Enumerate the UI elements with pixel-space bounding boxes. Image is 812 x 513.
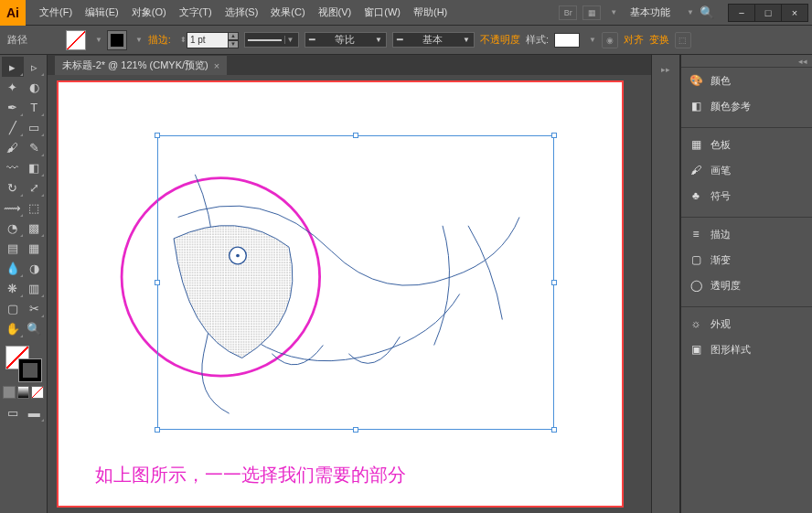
screen-mode-full[interactable]: ▬ xyxy=(24,402,46,422)
column-graph-tool[interactable]: ▥ xyxy=(24,278,46,298)
selection-bounds[interactable] xyxy=(157,135,554,430)
menu-window[interactable]: 窗口(W) xyxy=(358,5,407,19)
canvas-viewport[interactable]: 如上图所示，一一选择我们需要的部分 xyxy=(48,75,651,513)
type-tool[interactable]: T xyxy=(24,97,46,117)
transform-label[interactable]: 变换 xyxy=(649,33,669,47)
selection-handle[interactable] xyxy=(551,280,557,285)
window-minimize[interactable]: − xyxy=(728,4,755,22)
symbols-icon: ♣ xyxy=(689,188,703,203)
rectangle-tool[interactable]: ▭ xyxy=(24,117,46,137)
stroke-color[interactable] xyxy=(18,358,42,382)
selection-tool[interactable]: ▸ xyxy=(2,57,24,77)
brush-profile[interactable]: ━基本▼ xyxy=(392,32,475,48)
selection-handle[interactable] xyxy=(155,280,160,285)
isolate-icon[interactable]: ⬚ xyxy=(675,32,691,48)
blend-tool[interactable]: ◑ xyxy=(24,258,46,278)
dd-icon[interactable]: ▼ xyxy=(589,36,596,44)
mesh-tool[interactable]: ▤ xyxy=(2,238,24,258)
bridge-icon[interactable]: Br xyxy=(559,5,577,20)
paintbrush-tool[interactable]: 🖌 xyxy=(2,137,24,157)
panel-swatches[interactable]: ▦色板 xyxy=(681,132,812,157)
arrange-icon[interactable]: ▦ xyxy=(582,5,601,20)
pencil-tool[interactable]: ✎ xyxy=(24,137,46,157)
width-profile[interactable]: ━等比▼ xyxy=(304,32,387,48)
swatches-icon: ▦ xyxy=(689,137,703,152)
scale-tool[interactable]: ⤢ xyxy=(24,177,46,198)
dd-icon[interactable]: ▼ xyxy=(610,8,617,16)
panel-appearance[interactable]: ☼外观 xyxy=(681,311,812,337)
dd-icon[interactable]: ▼ xyxy=(687,8,694,16)
screen-mode-normal[interactable]: ▭ xyxy=(2,402,24,422)
opacity-label[interactable]: 不透明度 xyxy=(480,33,520,47)
rotate-tool[interactable]: ↻ xyxy=(2,177,24,198)
window-close[interactable]: × xyxy=(781,4,808,22)
free-transform-tool[interactable]: ⬚ xyxy=(24,198,46,218)
gradient-tool[interactable]: ▦ xyxy=(24,238,46,258)
link-icon[interactable]: ⬍ xyxy=(180,36,187,44)
window-maximize[interactable]: □ xyxy=(754,4,782,22)
blob-brush-tool[interactable]: 〰 xyxy=(2,157,24,177)
magic-wand-tool[interactable]: ✦ xyxy=(2,77,24,97)
graphic-style-swatch[interactable] xyxy=(554,33,580,48)
artboard-tool[interactable]: ▢ xyxy=(2,298,24,318)
search-icon[interactable]: 🔍 xyxy=(700,5,714,19)
align-label[interactable]: 对齐 xyxy=(624,33,644,47)
recolor-icon[interactable]: ◉ xyxy=(602,32,618,48)
stroke-label[interactable]: 描边: xyxy=(148,33,171,47)
stroke-swatch[interactable] xyxy=(108,31,126,49)
selection-handle[interactable] xyxy=(353,427,358,433)
workspace-switcher[interactable]: 基本功能 xyxy=(623,5,678,19)
selection-handle[interactable] xyxy=(551,427,557,433)
color-mode-none[interactable] xyxy=(31,386,44,399)
panel-color-guide[interactable]: ◧颜色参考 xyxy=(681,93,812,119)
symbol-sprayer-tool[interactable]: ❋ xyxy=(2,278,24,298)
width-tool[interactable]: ⟿ xyxy=(2,198,24,218)
panel-graphic-styles[interactable]: ▣图形样式 xyxy=(681,337,812,362)
panel-stroke[interactable]: ≡描边 xyxy=(681,221,812,247)
fill-stroke-control[interactable] xyxy=(2,344,45,382)
direct-selection-tool[interactable]: ▹ xyxy=(24,57,46,77)
panel-symbols[interactable]: ♣符号 xyxy=(681,183,812,208)
stepper-up[interactable]: ▲ xyxy=(228,32,239,40)
menu-file[interactable]: 文件(F) xyxy=(33,5,79,19)
expand-panels-icon[interactable]: ▸▸ xyxy=(659,60,672,79)
eraser-tool[interactable]: ◧ xyxy=(24,157,46,177)
panel-transparency[interactable]: ◯透明度 xyxy=(681,273,812,298)
hand-tool[interactable]: ✋ xyxy=(2,318,24,338)
menu-view[interactable]: 视图(V) xyxy=(312,5,358,19)
menu-edit[interactable]: 编辑(E) xyxy=(79,5,125,19)
menu-type[interactable]: 文字(T) xyxy=(173,5,219,19)
close-icon[interactable]: × xyxy=(214,60,219,71)
eyedropper-tool[interactable]: 💧 xyxy=(2,258,24,278)
shape-builder-tool[interactable]: ◔ xyxy=(2,218,24,238)
perspective-grid-tool[interactable]: ▩ xyxy=(24,218,46,238)
line-tool[interactable]: ╱ xyxy=(2,117,24,137)
pen-tool[interactable]: ✒ xyxy=(2,97,24,117)
selection-handle[interactable] xyxy=(155,133,160,138)
slice-tool[interactable]: ✂ xyxy=(24,298,46,318)
panel-brushes[interactable]: 🖌画笔 xyxy=(681,157,812,183)
zoom-tool[interactable]: 🔍 xyxy=(24,318,46,338)
document-tab[interactable]: 未标题-2* @ 121% (CMYK/预览) × xyxy=(55,56,227,75)
selection-handle[interactable] xyxy=(551,133,557,138)
stroke-weight-input[interactable]: 1 pt xyxy=(187,32,229,48)
color-mode-gradient[interactable] xyxy=(17,386,30,399)
color-mode-solid[interactable] xyxy=(3,386,16,399)
menu-help[interactable]: 帮助(H) xyxy=(407,5,454,19)
menu-select[interactable]: 选择(S) xyxy=(219,5,265,19)
dd-icon[interactable]: ▼ xyxy=(135,36,143,44)
canvas-caption: 如上图所示，一一选择我们需要的部分 xyxy=(95,463,406,487)
collapse-panels-icon[interactable]: ◂◂ xyxy=(681,55,812,68)
stepper-down[interactable]: ▼ xyxy=(228,40,239,48)
artboard[interactable]: 如上图所示，一一选择我们需要的部分 xyxy=(59,82,622,506)
dd-icon[interactable]: ▼ xyxy=(95,36,102,44)
menu-effect[interactable]: 效果(C) xyxy=(264,5,311,19)
lasso-tool[interactable]: ◐ xyxy=(24,77,46,97)
fill-swatch[interactable] xyxy=(66,30,86,50)
menu-object[interactable]: 对象(O) xyxy=(125,5,173,19)
panel-gradient[interactable]: ▢渐变 xyxy=(681,247,812,273)
selection-handle[interactable] xyxy=(155,427,160,433)
panel-color[interactable]: 🎨颜色 xyxy=(681,68,812,93)
selection-handle[interactable] xyxy=(353,133,358,138)
stroke-dash-style[interactable]: ▼ xyxy=(244,32,299,48)
